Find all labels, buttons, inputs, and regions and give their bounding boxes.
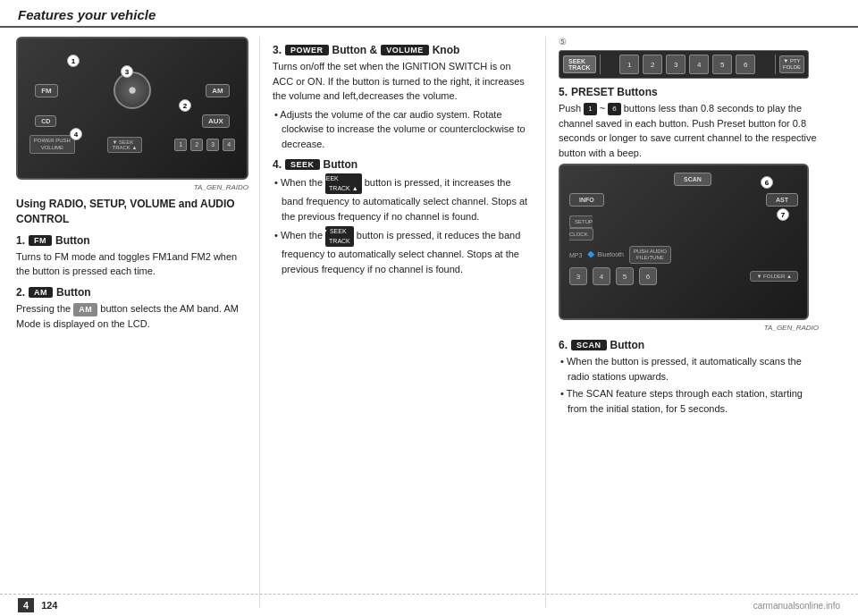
radio-image-2: 6 7 SCAN INFO AST SETUPCLOCK MP3 🔷 — [559, 164, 809, 320]
section4-bullet1: When the SEEKTRACK ▲ button is pressed, … — [273, 173, 533, 224]
section5-title: 5. PRESET Buttons — [559, 86, 819, 98]
scan-badge: SCAN — [571, 340, 607, 350]
section3-title: 3. POWER Button & VOLUME Knob — [273, 44, 533, 56]
seek-track-down-badge: ▼ SEEKTRACK — [325, 226, 354, 247]
badge-2: 2 — [179, 99, 191, 112]
scan-btn-img: SCAN — [674, 173, 711, 186]
divider — [600, 55, 601, 74]
power-vol-img: POWER PUSHVOLUME — [29, 135, 75, 153]
fm-badge: FM — [29, 235, 52, 246]
pty-btn: ▼ PTYFOLDE — [779, 55, 804, 73]
divider2 — [775, 55, 776, 74]
am-inline-badge: AM — [73, 303, 97, 317]
audio-btn-img: PUSH AUDIOFILE/TUNE — [629, 246, 671, 264]
footer-page-number: 124 — [41, 600, 57, 611]
badge-4: 4 — [70, 128, 82, 140]
am-button-img: AM — [206, 84, 229, 97]
preset-image-row: SEEKTRACK 1 2 3 4 5 6 ▼ PTYFOLDE — [559, 50, 809, 79]
right-column: ⑤ SEEKTRACK 1 2 3 4 5 6 ▼ PTYFOLDE 5. PR… — [545, 37, 831, 608]
seek-btn-left: SEEKTRACK — [563, 55, 596, 73]
badge-6: 6 — [761, 176, 773, 189]
mid-column: 3. POWER Button & VOLUME Knob Turns on/o… — [259, 37, 545, 608]
footer: 4 124 carmanualsonline.info — [0, 594, 858, 616]
radio-image-label: TA_GEN_RAIDO — [16, 183, 248, 191]
am-badge: AM — [29, 287, 53, 298]
preset-range-badge2: 6 — [608, 103, 620, 115]
radio-image2-label: TA_GEN_RADIO — [559, 324, 819, 332]
preset-nums-img: 1 2 3 4 — [174, 139, 235, 151]
badge-1: 1 — [67, 55, 80, 67]
bluetooth-text: 🔷 Bluetooth — [587, 251, 624, 258]
radio-caption: Using RADIO, SETUP, VOLUME and AUDIO CON… — [16, 197, 248, 227]
section5-body: Push 1 ~ 6 buttons less than 0.8 seconds… — [559, 101, 819, 160]
section3-bullet1: Adjusts the volume of the car audio syst… — [273, 107, 533, 152]
section6-bullet1: When the button is pressed, it automatic… — [559, 354, 819, 384]
section4-bullet2: When the ▼ SEEKTRACK button is pressed, … — [273, 226, 533, 276]
mp3-text: MP3 — [569, 252, 582, 258]
volume-badge: VOLUME — [381, 45, 429, 55]
main-content: 1 3 2 4 FM ⬤ AM CD AUX POWER PUSH — [0, 28, 858, 608]
fm-button-img: FM — [35, 84, 58, 97]
section1-title: 1. FM Button — [16, 234, 248, 247]
section6-bullet2: The SCAN feature steps through each stat… — [559, 386, 819, 416]
section2-title: 2. AM Button — [16, 286, 248, 299]
left-column: 1 3 2 4 FM ⬤ AM CD AUX POWER PUSH — [0, 37, 259, 608]
setup-btn-img: SETUPCLOCK — [569, 215, 593, 240]
page-title: Features your vehicle — [18, 7, 156, 22]
section2-body: Pressing the AM button selects the AM ba… — [16, 301, 248, 332]
section3-body: Turns on/off the set when the IGNITION S… — [273, 59, 533, 104]
preset-range-badge1: 1 — [584, 103, 596, 115]
preset-label-row: ⑤ — [559, 37, 819, 46]
preset-img-nums: 1 2 3 4 5 6 — [604, 55, 771, 74]
footer-section: 4 — [18, 598, 34, 612]
section4-title: 4. SEEK Button — [273, 158, 533, 171]
seek-track-up-badge: SEEKTRACK ▲ — [325, 173, 362, 194]
cd-button-img: CD — [35, 115, 56, 127]
header: Features your vehicle — [0, 0, 858, 28]
folder-btn-img: ▼ FOLDER ▲ — [750, 271, 798, 282]
power-badge: POWER — [285, 45, 329, 55]
section6-title: 6. SCAN Button — [559, 339, 819, 351]
bottom-nums: 3 4 5 6 — [569, 267, 657, 285]
section1-body: Turns to FM mode and toggles FM1and FM2 … — [16, 249, 248, 279]
seek-badge: SEEK — [285, 159, 320, 170]
seek-track-img: ▼ SEEKTRACK ▲ — [107, 137, 143, 153]
radio-image-1: 1 3 2 4 FM ⬤ AM CD AUX POWER PUSH — [16, 37, 248, 180]
footer-site: carmanualsonline.info — [753, 601, 840, 611]
badge-7: 7 — [777, 208, 789, 221]
info-btn-img: INFO — [569, 193, 604, 207]
aux-button-img: AUX — [202, 114, 230, 128]
preset-circle-label: ⑤ — [559, 37, 567, 46]
badge-3: 3 — [121, 65, 133, 78]
ast-btn-img: AST — [766, 193, 798, 207]
volume-knob-img: ⬤ — [114, 72, 151, 109]
